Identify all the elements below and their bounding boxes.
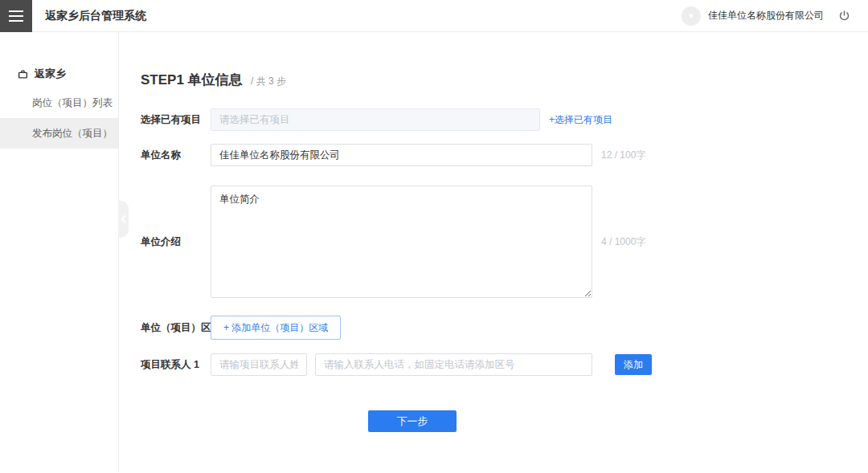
contact-name-input[interactable] [211,353,307,376]
heart-icon: ♥ [689,11,694,20]
row-select-project: 选择已有项目 +选择已有项目 [141,108,868,131]
sidebar-group-hometown[interactable]: 返家乡 [0,60,118,88]
power-icon [838,10,850,22]
sidebar-group-label: 返家乡 [35,67,66,81]
unit-intro-label: 单位介绍 [141,235,211,249]
add-region-button[interactable]: + 添加单位（项目）区域 [211,316,341,340]
step-header: STEP1 单位信息 / 共 3 步 [141,71,868,89]
logout-button[interactable] [838,10,850,22]
row-unit-region: 单位（项目）区域 + 添加单位（项目）区域 [141,316,868,340]
briefcase-icon [18,69,28,80]
contact-label: 项目联系人 1 [141,358,211,372]
unit-name-input[interactable] [211,144,592,166]
company-name: 佳佳单位名称股份有限公司 [708,9,824,22]
chevron-left-icon [121,215,126,223]
hamburger-icon [9,10,23,12]
sidebar-collapse-handle[interactable] [118,201,129,238]
unit-name-counter: 12 / 100字 [601,149,645,162]
app-title: 返家乡后台管理系统 [45,9,146,23]
row-unit-name: 单位名称 12 / 100字 [141,144,868,166]
select-project-label: 选择已有项目 [141,113,211,127]
row-project-contact: 项目联系人 1 添加 [141,353,868,376]
next-button-row: 下一步 [368,410,868,432]
select-project-input [211,108,540,131]
unit-intro-textarea[interactable]: 单位简介 [211,186,592,298]
add-contact-button[interactable]: 添加 [615,354,652,375]
sidebar-item-job-list[interactable]: 岗位（项目）列表 [0,88,118,118]
menu-toggle-button[interactable] [0,0,32,32]
sidebar: 返家乡 岗位（项目）列表 发布岗位（项目） [0,32,119,472]
user-account[interactable]: ♥ 佳佳单位名称股份有限公司 [682,6,824,26]
unit-region-label: 单位（项目）区域 [141,321,211,335]
avatar: ♥ [682,6,701,26]
next-step-button[interactable]: 下一步 [368,410,457,432]
step-title: STEP1 单位信息 [141,72,243,88]
step-progress: / 共 3 步 [251,75,286,87]
unit-intro-counter: 4 / 1000字 [601,235,645,249]
contact-phone-input[interactable] [315,353,592,376]
select-project-link[interactable]: +选择已有项目 [549,113,612,127]
topbar: 返家乡后台管理系统 ♥ 佳佳单位名称股份有限公司 [0,0,868,32]
sidebar-item-publish-job[interactable]: 发布岗位（项目） [0,118,118,149]
main-content: STEP1 单位信息 / 共 3 步 选择已有项目 +选择已有项目 单位名称 1… [119,32,868,472]
row-unit-intro: 单位介绍 单位简介 4 / 1000字 [141,186,868,298]
unit-name-label: 单位名称 [141,149,211,162]
